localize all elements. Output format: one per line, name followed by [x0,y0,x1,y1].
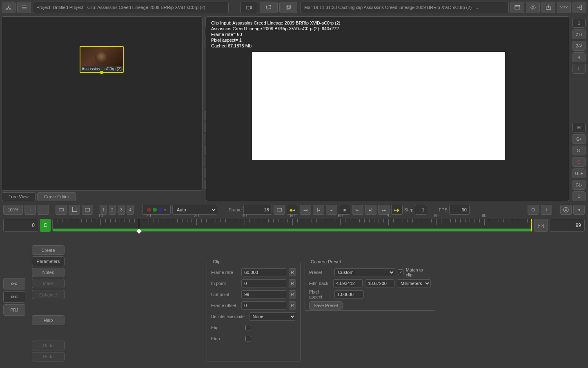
timeline-start-input[interactable] [3,219,38,232]
layout-2h-button[interactable]: 2-H [572,29,586,39]
create-button[interactable]: Create [32,245,65,255]
preset-3-button[interactable]: 3 [118,205,125,215]
export-icon[interactable] [541,2,555,13]
gear-icon[interactable] [526,2,540,13]
match-to-clip-checkbox[interactable] [398,269,403,275]
svg-point-12 [532,7,534,9]
frame-rate-reset-button[interactable]: R [289,268,296,276]
node-graph[interactable]: Assassins ...sC0rp (2) P+ P1 P- Cut Cop … [2,16,203,191]
layout-4-button[interactable]: 4 [572,52,586,62]
fit-width-icon[interactable] [56,205,67,215]
frame-rate-label: Frame rate [211,270,239,275]
mask-button: Mask [32,279,65,288]
gain-plus-button[interactable]: G+ [572,134,586,144]
mode-project-button[interactable]: PRJ [3,304,25,316]
key-next-icon[interactable]: ▸◆ [391,205,403,215]
film-back-unit-select[interactable]: Millimeters [397,279,431,287]
svg-rect-14 [59,209,64,211]
svg-rect-15 [85,208,90,211]
parameters-button[interactable]: Parameters [32,256,65,266]
timeline-end-input[interactable] [550,219,585,232]
frame-offset-input[interactable] [241,301,286,310]
gain-minus-button[interactable]: G- [572,146,586,155]
prev-frame-icon[interactable]: |◂ [313,205,324,215]
d-button[interactable]: D [572,191,586,201]
top-toolbar: Project: Untitled Project - Clip: Assass… [0,0,588,15]
project-title-bar[interactable]: Project: Untitled Project - Clip: Assass… [33,2,229,13]
frame-offset-reset-button[interactable]: R [289,301,296,310]
layout-2v-button[interactable]: 2-V [572,41,586,51]
preset-2-button[interactable]: 2 [109,205,116,215]
list-view-icon[interactable] [17,2,31,13]
zoom-in-icon[interactable]: + [24,205,36,215]
step-back-icon[interactable]: ◂ [326,205,337,215]
timeline-playhead[interactable] [139,219,139,231]
play-icon[interactable]: ▸ [352,205,363,215]
gl-plus-button[interactable]: GL+ [572,168,586,178]
svg-point-19 [564,207,568,212]
film-back-width-input[interactable] [333,279,363,287]
files-icon[interactable] [279,2,297,13]
mode-flow-icon[interactable] [3,291,25,303]
clip-node[interactable]: Assassins ...sC0rp (2) [80,46,124,73]
deinterlace-select[interactable]: None [249,312,296,321]
step-input[interactable] [415,205,427,215]
settings-icon[interactable] [560,205,572,215]
viewer-info-line: Frame rate= 60 [211,31,341,37]
panels-icon[interactable] [510,2,524,13]
in-point-input[interactable] [241,279,286,287]
svg-point-17 [532,208,535,211]
info-icon[interactable]: i [541,205,552,215]
zoom-level[interactable]: 100% [3,205,23,215]
clip-icon[interactable] [260,2,278,13]
gl-minus-button[interactable]: GL- [572,180,586,190]
mode-node-icon[interactable] [3,278,25,289]
svg-rect-8 [286,6,290,9]
dropdown-icon[interactable]: ▾ [573,205,585,215]
out-point-input[interactable] [241,290,286,298]
frame-input[interactable] [243,205,272,215]
help-button[interactable]: ??? [557,2,571,13]
frame-rate-input[interactable] [241,268,286,276]
rewind-icon[interactable]: ◂◂ [300,205,311,215]
film-back-height-input[interactable] [365,279,394,287]
svg-rect-6 [247,6,250,9]
tab-tree-view[interactable]: Tree View [2,192,36,201]
preset-4-button[interactable]: 4 [127,205,134,215]
fps-input[interactable] [449,205,470,215]
viewer-panel: Clip Input: Assassins Creed Lineage 2009… [206,16,569,201]
in-point-reset-button[interactable]: R [289,279,296,287]
next-frame-icon[interactable]: ▸| [365,205,376,215]
screen-icon[interactable] [82,205,93,215]
pixel-aspect-input[interactable] [334,290,364,298]
timeline-end-marker[interactable] [531,219,532,231]
tab-curve-editor[interactable]: Curve Editor [37,192,76,201]
flip-checkbox[interactable] [245,325,251,330]
layout-1-button[interactable]: 1 [572,18,586,28]
timeline-fit-icon[interactable]: |⇔| [534,219,548,232]
preset-select[interactable]: Custom [334,268,395,276]
camera-icon[interactable] [240,2,258,13]
display-icon[interactable] [274,205,285,215]
exit-icon[interactable] [572,2,586,13]
viewer-info-line: Assassins Creed Lineage 2009 BRRip XViD-… [211,26,341,31]
svg-rect-10 [515,6,520,9]
record-icon[interactable] [528,205,539,215]
g-button[interactable]: G [572,157,586,167]
help-button[interactable]: Help [32,315,65,325]
left-panel: Assassins ...sC0rp (2) P+ P1 P- Cut Cop … [0,15,204,203]
match-to-clip-label: Match to clip [406,267,431,277]
node-output-port[interactable] [100,71,103,74]
save-preset-button[interactable]: Save Preset [309,301,343,310]
viewer-info-line: Clip Input: Assassins Creed Lineage 2009… [211,20,341,26]
timeline-c-button[interactable]: C [40,219,51,232]
node-graph-icon[interactable] [2,2,16,13]
out-point-reset-button[interactable]: R [289,290,296,298]
crop-icon[interactable] [69,205,80,215]
timeline-track[interactable]: 102030405060708090 [52,219,532,232]
m-button[interactable]: M [572,123,586,132]
zoom-out-icon[interactable]: − [38,205,49,215]
viewer-canvas[interactable] [252,52,505,160]
notes-button[interactable]: Notes [32,268,65,277]
flop-checkbox[interactable] [245,336,251,341]
